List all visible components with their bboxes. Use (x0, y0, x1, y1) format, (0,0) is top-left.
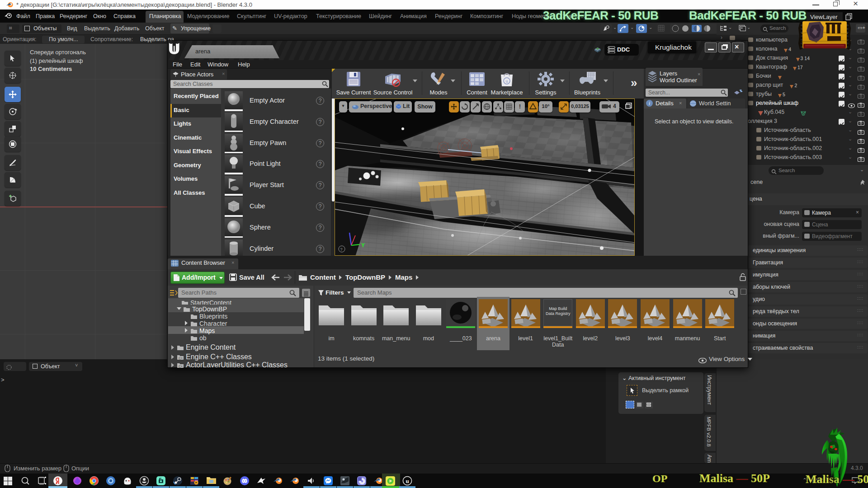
svg-text:?: ? (340, 247, 343, 252)
svg-text:C+: C+ (179, 357, 183, 360)
svg-text:C+: C+ (179, 365, 183, 368)
svg-text:u: u (506, 79, 508, 84)
svg-text:u: u (406, 478, 409, 484)
svg-text:Y: Y (361, 242, 365, 249)
